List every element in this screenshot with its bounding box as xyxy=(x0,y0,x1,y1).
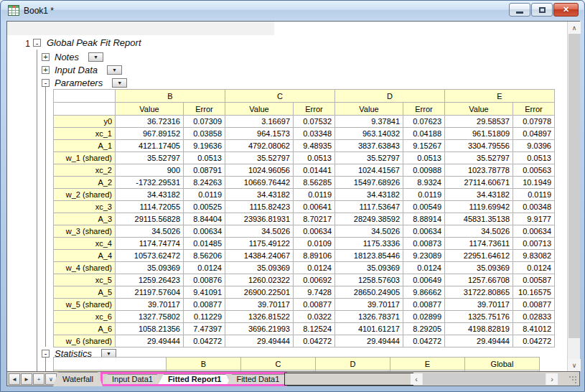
column-header: E xyxy=(390,358,465,370)
table-row: w_4 (shared)35.093690.012435.093690.0124… xyxy=(54,262,555,274)
sheet-tab-input-data1[interactable]: Input Data1 xyxy=(103,374,162,384)
value-cell: 34.5026 xyxy=(445,225,513,238)
row-label-cell: A_6 xyxy=(54,323,116,335)
row-label-cell: w_1 (shared) xyxy=(54,152,116,164)
section-input-data: + Input Data ▼ xyxy=(42,64,122,75)
horizontal-scrollbar-thumb[interactable] xyxy=(423,373,546,385)
value-cell: 9.9177 xyxy=(513,213,555,225)
value-cell: 15497.68926 xyxy=(335,177,403,189)
chevron-left-icon: ‹ xyxy=(415,375,418,383)
sub-header-cell: Error xyxy=(403,103,445,116)
value-cell: 35.09369 xyxy=(335,262,403,274)
close-icon: ✕ xyxy=(563,6,569,14)
value-cell: 0.00563 xyxy=(513,164,555,177)
value-cell: 3696.21993 xyxy=(225,323,294,335)
row-label-cell: w_6 (shared) xyxy=(54,335,116,347)
collapse-toggle-icon[interactable]: - xyxy=(42,350,50,358)
row-label-cell: xc_3 xyxy=(54,201,116,213)
scroll-right-button[interactable]: › xyxy=(546,373,558,385)
value-cell: 0.00641 xyxy=(294,201,335,213)
column-group-header: B xyxy=(116,90,225,103)
report-title: Global Peak Fit Report xyxy=(47,37,141,48)
book-window: Book1 * ✕ 1 - Global Peak Fit Report + N… xyxy=(0,0,585,392)
add-sheet-button[interactable]: + xyxy=(33,373,45,385)
value-cell: 900 xyxy=(116,164,184,177)
section-dropdown-button[interactable]: ▼ xyxy=(112,78,127,88)
table-row: xc_31114.720550.005251115.824230.0064111… xyxy=(54,201,555,213)
section-dropdown-button[interactable]: ▼ xyxy=(88,52,103,62)
value-cell: 0.0513 xyxy=(184,152,225,164)
tab-highlight-box: Input Data1Fitted Report1Fitted Data1 xyxy=(100,372,287,386)
row-label-cell: y0 xyxy=(54,116,116,128)
minimize-button[interactable] xyxy=(509,3,530,17)
value-cell: 0.07309 xyxy=(184,116,225,128)
vertical-scrollbar[interactable]: ∧ ∨ xyxy=(567,22,580,371)
section-label-notes: Notes xyxy=(55,52,79,62)
value-cell: 8.84404 xyxy=(184,213,225,225)
corner-cell xyxy=(54,103,116,116)
scroll-left-button[interactable]: ‹ xyxy=(411,373,422,385)
scroll-up-button[interactable]: ∧ xyxy=(568,22,581,34)
value-cell: 0.0109 xyxy=(294,238,335,250)
scroll-down-button[interactable]: ∨ xyxy=(568,359,581,371)
sheet-tab-fitted-data1[interactable]: Fitted Data1 xyxy=(227,374,289,384)
value-cell: 29.58537 xyxy=(445,116,513,128)
chevron-down-icon: ∨ xyxy=(572,362,577,369)
horizontal-scrollbar[interactable]: ‹ › xyxy=(411,373,558,385)
value-cell: 0.00634 xyxy=(513,225,555,238)
table-row: xc_61327.758020.112291326.815220.0322132… xyxy=(54,311,555,323)
value-cell: 34.5026 xyxy=(116,225,184,238)
table-row: w_6 (shared)29.494440.0427229.494440.042… xyxy=(54,335,555,347)
value-cell: 1257.66708 xyxy=(445,274,513,286)
value-cell: 0.0119 xyxy=(294,189,335,201)
expand-toggle-icon[interactable]: + xyxy=(42,66,50,74)
row-label-cell: A_4 xyxy=(54,250,116,262)
value-cell: 9.37841 xyxy=(335,116,403,128)
value-cell: 961.51809 xyxy=(445,128,513,140)
value-cell: 0.0513 xyxy=(294,152,335,164)
table-row: A_521197.576049.4109126900.225019.742828… xyxy=(54,286,555,299)
sheet-tab-waterfall[interactable]: Waterfall xyxy=(53,372,103,386)
table-row: w_5 (shared)39.701170.0087739.701170.008… xyxy=(54,299,555,311)
vertical-scrollbar-thumb[interactable] xyxy=(568,34,580,338)
value-cell: 3.16697 xyxy=(225,116,294,128)
title-bar[interactable]: Book1 * ✕ xyxy=(1,1,584,20)
value-cell: 8.29205 xyxy=(403,323,445,335)
scroll-tabs-left-button[interactable]: ◄ xyxy=(9,373,20,385)
close-button[interactable]: ✕ xyxy=(553,3,579,17)
sub-header-cell: Value xyxy=(225,103,294,116)
sheet-tab-fitted-report1[interactable]: Fitted Report1 xyxy=(159,374,231,384)
value-cell: 0.02833 xyxy=(513,311,555,323)
row-header-1[interactable]: 1 xyxy=(17,39,30,49)
scroll-tabs-right-button[interactable]: ► xyxy=(21,373,32,385)
value-cell: 35.09369 xyxy=(116,262,184,274)
table-row: A_410573.624728.5620614384.240678.891061… xyxy=(54,250,555,262)
expand-toggle-icon[interactable]: + xyxy=(42,53,50,61)
value-cell: 0.00876 xyxy=(184,274,225,286)
value-cell: 18123.85446 xyxy=(335,250,403,262)
value-cell: 0.00525 xyxy=(184,201,225,213)
section-notes: + Notes ▼ xyxy=(42,51,103,62)
value-cell: 9.23089 xyxy=(403,250,445,262)
restore-button[interactable] xyxy=(531,3,553,17)
add-sheet-button-icon: + xyxy=(37,376,41,383)
resize-grip[interactable] xyxy=(569,376,576,383)
value-cell: 8.70217 xyxy=(294,213,335,225)
value-cell: 31722.80865 xyxy=(445,286,513,299)
tab-strip-empty-area xyxy=(284,373,413,386)
value-cell: 1327.75802 xyxy=(116,311,184,323)
section-dropdown-button[interactable]: ▼ xyxy=(107,65,122,75)
value-cell: 8.56285 xyxy=(294,177,335,189)
table-row: xc_29000.087911024.960560.014411024.4156… xyxy=(54,164,555,177)
collapse-toggle-icon[interactable]: - xyxy=(42,79,50,87)
value-cell: 0.00877 xyxy=(184,299,225,311)
value-cell: 34.43182 xyxy=(116,189,184,201)
value-cell: 7.47397 xyxy=(184,323,225,335)
collapse-toggle-icon[interactable]: - xyxy=(33,39,41,47)
value-cell: 4101.61217 xyxy=(335,323,403,335)
report-sheet: 1 - Global Peak Fit Report + Notes ▼ + I… xyxy=(7,22,567,371)
row-label-cell: xc_4 xyxy=(54,238,116,250)
sub-header-cell: Error xyxy=(513,103,555,116)
value-cell: 0.04272 xyxy=(294,335,335,347)
value-cell: 8.41012 xyxy=(513,323,555,335)
